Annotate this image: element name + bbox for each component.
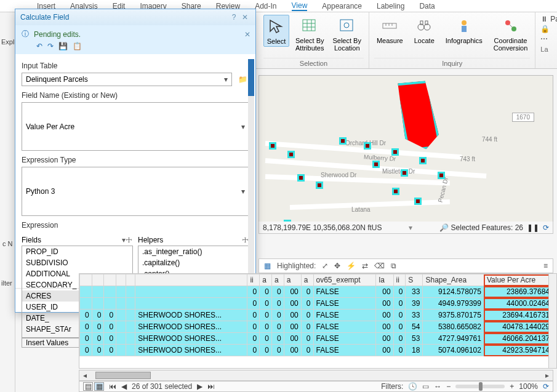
filter-extent-icon[interactable]: ▭ [422,382,429,391]
map-point[interactable] [364,142,371,150]
tab-labeling[interactable]: Labeling [377,2,404,10]
dialog-titlebar[interactable]: Calculate Field ? ✕ [15,9,255,25]
refresh-icon[interactable]: ⟳ [543,382,549,391]
close-icon[interactable]: ✕ [239,13,250,22]
select-button[interactable]: Select [263,15,289,47]
map-point[interactable] [414,198,422,205]
copy-icon[interactable]: ⧉ [391,262,396,270]
last-record-icon[interactable]: ⏭ [207,382,215,391]
coordinate-conversion-button[interactable]: Coordinate Conversion [491,15,531,53]
pause-button[interactable]: ⏸Pause [540,15,557,23]
street-label: Sherwood Dr [321,172,356,178]
table-field-icon[interactable]: ▦ [264,262,271,270]
column-header[interactable]: ii [247,274,260,286]
next-record-icon[interactable]: ▶ [197,382,202,391]
elevation-label: 744 ft [482,136,497,143]
map-point[interactable] [391,148,399,156]
expression-type-select[interactable]: Python 3▾ [22,167,249,215]
chevron-down-icon[interactable]: ▾ [409,223,412,232]
column-header[interactable]: ov65_exempt [313,274,376,286]
table-h-scrollbar[interactable]: ◂ ▸ [79,370,553,381]
table-v-scrollbar[interactable] [548,273,557,369]
column-header[interactable]: a [271,274,284,286]
zoom-to-icon[interactable]: ⤢ [322,262,328,270]
refresh-icon[interactable]: ⟳ [543,223,549,232]
helper-item[interactable]: .capitalize() [138,257,249,268]
attribute-table[interactable]: iiaaaaov65_exemptlaiiSShape_AreaValue Pe… [79,273,553,369]
chevron-down-icon: ▾ [241,122,245,131]
helper-item[interactable]: .as_integer_ratio() [138,246,249,257]
map-point[interactable] [392,188,399,195]
filter-funnel-icon[interactable]: ▾🜊 [122,236,133,244]
filter-time-icon[interactable]: 🕓 [408,382,417,391]
map-point[interactable] [419,157,427,164]
table-row[interactable]: 000000FALSE000394949.97939944000.02464 [80,298,553,310]
tab-view[interactable]: View [292,1,308,11]
field-item[interactable]: SUBDIVISIO [22,257,132,268]
table-row[interactable]: 000SHERWOOD SHORES...000000FALSE00053472… [80,333,553,345]
prev-record-icon[interactable]: ◀ [121,382,127,391]
zoom-slider[interactable] [455,385,505,388]
view-switch[interactable]: ▤▦ [83,382,104,391]
pause-draw-icon[interactable]: ❚❚ [527,223,539,232]
column-header[interactable]: ii [393,274,406,286]
select-by-attributes-button[interactable]: Select By Attributes [293,15,326,53]
scroll-left-icon[interactable]: ◂ [79,370,90,380]
column-header[interactable]: a [301,274,313,286]
switch-icon[interactable]: ⇄ [362,262,368,270]
column-header[interactable]: Value Per Acre [484,274,552,286]
map-point[interactable] [297,174,305,182]
zoom-in-icon[interactable]: + [510,382,514,391]
map-point[interactable] [269,142,276,150]
field-name-select[interactable]: Value Per Acre▾ [22,102,249,151]
table-row[interactable]: 000SHERWOOD SHORES...000000FALSE00018507… [80,345,553,356]
help-icon[interactable]: ? [228,13,239,22]
cursor-icon [266,17,286,36]
tab-data[interactable]: Data [419,2,435,10]
undo-icon[interactable]: ↶ [36,42,42,50]
map-point[interactable] [401,169,408,177]
redo-icon[interactable]: ↷ [47,42,54,50]
column-header[interactable]: la [376,274,393,286]
table-row[interactable]: 000SHERWOOD SHORES...000000FALSE00054538… [80,321,553,333]
map-view[interactable]: Orchard Hill Dr Mulberry Dr Sherwood Dr … [258,75,553,231]
column-header[interactable]: a [260,274,272,286]
scroll-right-icon[interactable]: ▸ [542,370,553,380]
column-header[interactable]: a [284,274,301,286]
menu-icon[interactable]: ≡ [543,262,548,270]
table-row[interactable]: 000SHERWOOD SHORES...000000FALSE00033937… [80,310,553,321]
input-table-select[interactable]: Delinquent Parcels▾ [22,73,232,86]
view-selected-icon[interactable]: ▦ [94,382,104,391]
save-edits-icon[interactable]: 💾 [58,42,68,50]
tab-addin[interactable]: Add-In [255,2,276,10]
flash-icon[interactable]: ⚡ [347,262,356,270]
browse-folder-button[interactable]: 📁 [236,73,249,86]
scroll-thumb[interactable] [95,372,151,379]
column-header[interactable]: Shape_Area [423,274,484,286]
lock-button[interactable]: 🔒 [540,25,557,33]
tab-appearance[interactable]: Appearance [322,2,362,10]
field-item[interactable]: PROP_ID [22,246,132,257]
zoom-out-icon[interactable]: − [446,382,451,391]
table-row[interactable]: 000000FALSE000339124.57807523869.37684 [80,286,553,298]
discard-edits-icon[interactable]: 📋 [73,42,82,50]
infographics-button[interactable]: Infographics [443,15,485,46]
view-all-icon[interactable]: ▤ [83,382,93,391]
map-point[interactable] [372,161,380,168]
map-point[interactable] [339,137,347,145]
first-record-icon[interactable]: ⏮ [109,382,116,391]
column-header[interactable]: S [406,274,423,286]
map-point[interactable] [316,182,323,189]
map-point[interactable] [287,151,295,158]
map-point[interactable] [438,172,445,179]
locate-button[interactable]: Locate [412,15,437,46]
filter-range-icon[interactable]: ↔ [434,382,441,391]
banner-close-icon[interactable]: ✕ [244,30,250,39]
select-by-location-button[interactable]: Select By Location [330,15,363,53]
clear-icon[interactable]: ⌫ [374,262,385,270]
selected-polygon[interactable] [395,81,441,151]
dialog-scrollbar[interactable] [248,59,254,283]
more-labeling-button[interactable]: ⋯ [540,34,557,43]
pan-to-icon[interactable]: ✥ [334,262,340,270]
measure-button[interactable]: Measure [374,15,406,46]
